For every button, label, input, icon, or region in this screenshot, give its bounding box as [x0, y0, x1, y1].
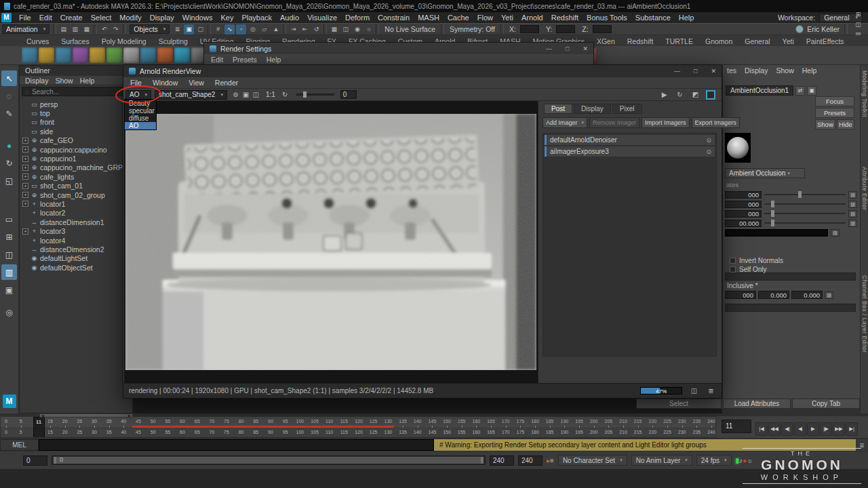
renderview-titlebar[interactable]: Arnold RenderView — □ ✕: [123, 65, 722, 77]
aov-option-diffuse[interactable]: diffuse: [125, 115, 156, 122]
menu-arnold[interactable]: Arnold: [517, 14, 547, 22]
outliner-item-shot-cam-01[interactable]: +▭shot_cam_01: [20, 182, 132, 190]
shelf-tab-turtle[interactable]: TURTLE: [659, 37, 699, 46]
time-slider[interactable]: 0055101015152020252530303535404045455050…: [0, 416, 716, 438]
render-viewport[interactable]: [124, 101, 538, 384]
user-avatar-icon[interactable]: [795, 25, 804, 33]
aov-option-specular[interactable]: specular: [125, 107, 156, 115]
scale-tool-icon[interactable]: ◱: [1, 173, 17, 188]
attr-slider[interactable]: [764, 213, 846, 214]
attr-value-field[interactable]: 000: [725, 291, 756, 299]
range-slider-bar[interactable]: 0: [54, 457, 484, 464]
imager-row-aiimagerexposure3[interactable]: aiImagerExposure3⊙: [545, 146, 715, 157]
mel-command-input[interactable]: [39, 439, 434, 451]
current-time-field[interactable]: 11: [722, 420, 751, 433]
shelf-ep-curve-icon[interactable]: [39, 47, 54, 63]
rv-menu-window[interactable]: Window: [153, 79, 178, 87]
swap-nodes-icon[interactable]: ⇄: [795, 86, 805, 96]
menu-set-dropdown[interactable]: Animation▾: [2, 24, 50, 34]
maya-logo-icon[interactable]: M: [1, 13, 12, 22]
shelf-tab-yeti[interactable]: Yeti: [776, 37, 800, 46]
maximize-icon[interactable]: □: [566, 45, 569, 52]
map-button-icon[interactable]: ▨: [848, 220, 857, 227]
menu-substance[interactable]: Substance: [631, 14, 675, 22]
close-icon[interactable]: ✕: [711, 68, 716, 75]
map-button-icon[interactable]: ▨: [848, 201, 857, 208]
add-imager-button[interactable]: Add Imager▾: [542, 117, 587, 128]
outliner-expand-toggle[interactable]: +: [22, 165, 28, 171]
current-time-marker[interactable]: 11: [33, 417, 45, 438]
shelf-detach-icon[interactable]: [123, 47, 139, 63]
render-settings-titlebar[interactable]: Render Settings — □ ✕: [204, 43, 593, 54]
outliner-item-locator4[interactable]: +locator4: [20, 236, 132, 245]
step-back-key-button[interactable]: ◀|: [781, 422, 793, 436]
outliner-expand-toggle[interactable]: +: [22, 201, 28, 207]
y-field[interactable]: [556, 25, 575, 33]
checkbox[interactable]: [730, 258, 736, 264]
slider-handle[interactable]: [771, 210, 774, 217]
focus-button[interactable]: Focus: [815, 96, 854, 106]
make-live-icon[interactable]: ▲: [271, 24, 281, 35]
outliner-search-input[interactable]: ◌ Search...: [22, 87, 130, 96]
minimize-icon[interactable]: —: [546, 45, 552, 52]
lock-pixels-icon[interactable]: ▣: [241, 91, 251, 98]
outliner-item-cappucino1[interactable]: +⊕cappucino1: [20, 154, 132, 163]
hide-button[interactable]: Hide: [837, 119, 854, 129]
shelf-attach-icon[interactable]: [106, 47, 122, 63]
ae-menu-help[interactable]: Help: [802, 66, 817, 75]
attr-value-field[interactable]: 0.000: [758, 291, 789, 299]
imager-row-defaultarnolddenoiser[interactable]: defaultArnoldDenoiser⊙: [545, 135, 715, 145]
shelf-open-icon[interactable]: [157, 47, 173, 63]
menu-deform[interactable]: Deform: [341, 14, 374, 22]
menu-mash[interactable]: MASH: [414, 14, 443, 22]
outliner-item-distancedimension2[interactable]: ↔distanceDimension2: [20, 245, 132, 253]
paint-select-tool-icon[interactable]: ✎: [1, 106, 17, 121]
layout-single-pane-icon[interactable]: ▭: [1, 211, 17, 227]
menu-key[interactable]: Key: [216, 14, 237, 22]
shelf-cv-curve-icon[interactable]: [22, 47, 37, 63]
menu-file[interactable]: File: [15, 14, 35, 22]
outliner-item-cappucino-cappucino[interactable]: +⊕cappucino:cappucino: [20, 145, 132, 154]
outliner-item-side[interactable]: ▭side: [20, 127, 132, 136]
attr-value-field[interactable]: 000: [725, 201, 762, 208]
shelf-align-icon[interactable]: [140, 47, 156, 63]
shelf-tab-general[interactable]: General: [738, 37, 776, 46]
open-render-view-icon[interactable]: ▦: [329, 24, 339, 35]
rs-menu-presets[interactable]: Presets: [233, 56, 257, 64]
maximize-icon[interactable]: □: [694, 68, 697, 75]
shelf-fillet-icon[interactable]: [174, 47, 190, 63]
outliner-item-defaultobjectset[interactable]: ◉defaultObjectSet: [20, 263, 132, 272]
attr-slider[interactable]: [764, 222, 846, 224]
menu-modify[interactable]: Modify: [115, 14, 145, 22]
playback-start-field[interactable]: 0: [23, 455, 47, 466]
play-forward-button[interactable]: ▶: [807, 422, 819, 436]
outliner-expand-toggle[interactable]: +: [22, 146, 28, 152]
menu-windows[interactable]: Windows: [178, 14, 217, 22]
shelf-tab-painteffects[interactable]: PaintEffects: [800, 37, 850, 46]
pin-tab-icon[interactable]: ▣: [807, 86, 816, 96]
outliner-item-distancedimension1[interactable]: ↔distanceDimension1: [20, 218, 132, 226]
input-connections-icon[interactable]: ⇥: [288, 24, 298, 35]
collapsed-section-bar[interactable]: [725, 304, 856, 312]
shelf-tab-sculpting[interactable]: Sculpting: [153, 37, 194, 46]
imager-tab-post[interactable]: Post: [544, 104, 572, 114]
select-object-mode-icon[interactable]: ▣: [184, 24, 194, 35]
start-render-icon[interactable]: ▶: [659, 91, 669, 98]
menu-constrain[interactable]: Constrain: [374, 14, 414, 22]
attr-value-field[interactable]: 0.000: [791, 291, 823, 299]
layout-two-pane-icon[interactable]: ◫: [1, 247, 17, 262]
exposure-field[interactable]: 0: [340, 90, 357, 99]
rv-menu-view[interactable]: View: [189, 79, 204, 87]
ae-menu-display[interactable]: Display: [745, 66, 768, 75]
node-type-dropdown[interactable]: Ambient Occlusion▾: [725, 168, 805, 178]
select-component-mode-icon[interactable]: ▢: [195, 24, 205, 35]
outliner-item-locator2[interactable]: +locator2: [20, 209, 132, 218]
outliner-item-cappucino-machine-grp[interactable]: +⊕cappucino_machine_GRP: [20, 163, 132, 172]
layout-four-pane-icon[interactable]: ⊞: [1, 229, 17, 245]
construction-history-icon[interactable]: ↺: [311, 24, 321, 35]
attr-slider[interactable]: [764, 194, 846, 195]
camera-dropdown[interactable]: shot_cam_Shape2▾: [155, 90, 227, 100]
outliner-item-persp[interactable]: ▭persp: [20, 100, 132, 108]
shelf-bezier-icon[interactable]: [56, 47, 71, 63]
snap-projected-center-icon[interactable]: ◎: [248, 24, 258, 35]
